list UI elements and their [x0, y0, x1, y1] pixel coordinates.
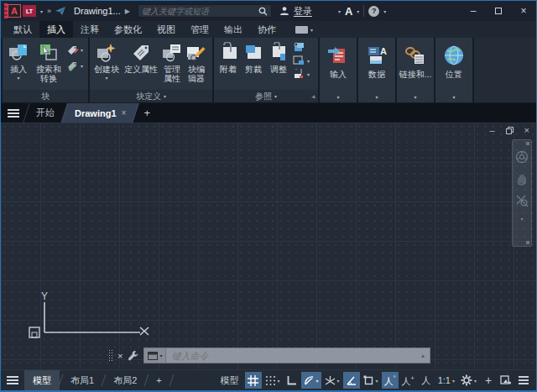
- command-history-up-icon[interactable]: ▲: [420, 353, 426, 358]
- help-chevron-icon[interactable]: ▾: [383, 8, 386, 14]
- panel-label: 数据: [368, 69, 385, 81]
- file-tab-label: 开始: [36, 107, 55, 119]
- clip-button[interactable]: 剪裁: [241, 39, 266, 90]
- minimize-button[interactable]: –: [461, 1, 486, 21]
- annotation-visibility-toggle[interactable]: 人°: [382, 372, 399, 389]
- store-chevron-icon[interactable]: ▾: [338, 8, 341, 14]
- clean-screen-toggle[interactable]: +: [480, 372, 497, 389]
- edit-attribute-multiple-button[interactable]: ▾: [66, 60, 83, 71]
- ribbon-tab-bar: 默认 插入 注释 参数化 视图 管理 输出 协作 ▾: [1, 21, 536, 38]
- panel-title-reference[interactable]: 参照 ▾ ➤: [214, 90, 318, 102]
- ortho-toggle[interactable]: [284, 372, 300, 389]
- zoom-extents-icon[interactable]: [515, 194, 529, 207]
- snap-mode-toggle[interactable]: ▾: [263, 372, 283, 389]
- drawing-canvas[interactable]: – × ▾ Y ×: [1, 123, 536, 369]
- close-button[interactable]: ×: [511, 1, 536, 21]
- new-drawing-tab-button[interactable]: +: [136, 103, 158, 123]
- search-icon[interactable]: [258, 7, 268, 16]
- sign-in-link[interactable]: 登录: [294, 5, 312, 18]
- tab-annotate[interactable]: 注释: [73, 21, 107, 38]
- layout-menu-button[interactable]: [1, 376, 24, 384]
- object-snap-tracking-toggle[interactable]: [343, 372, 360, 389]
- define-attributes-button[interactable]: 定义属性: [122, 39, 160, 90]
- title-expand-icon[interactable]: ▶: [125, 8, 130, 15]
- frame-settings-button[interactable]: ▾: [293, 55, 310, 65]
- panel-import-collapsed[interactable]: 输入 ▾: [320, 38, 357, 102]
- steering-wheel-icon[interactable]: [515, 150, 529, 164]
- add-layout-button[interactable]: +: [148, 370, 169, 390]
- quick-access-overflow-icon[interactable]: »: [47, 7, 50, 15]
- search-convert-button[interactable]: 搜索和转换: [33, 39, 65, 90]
- dialog-launcher-icon[interactable]: ➤: [310, 93, 318, 102]
- command-line-close-icon[interactable]: ×: [117, 351, 123, 361]
- tab-collaborate[interactable]: 协作: [250, 21, 284, 38]
- import-icon: [326, 42, 350, 69]
- ribbon-display-toggle[interactable]: ▾: [295, 21, 313, 38]
- edit-attribute-single-button[interactable]: ▾: [66, 44, 83, 55]
- file-tab-menu-button[interactable]: [1, 103, 26, 123]
- file-tab-start[interactable]: 开始: [26, 103, 65, 123]
- share-paper-plane-icon[interactable]: [55, 6, 66, 16]
- maximize-button[interactable]: [486, 1, 511, 21]
- layout-tab-layout2[interactable]: 布局2: [105, 370, 145, 390]
- layout-tab-layout1[interactable]: 布局1: [62, 370, 102, 390]
- panel-title-block-definition[interactable]: 块定义 ▾: [90, 90, 212, 102]
- app-menu-button[interactable]: A LT: [4, 4, 36, 18]
- adjust-button[interactable]: 调整: [266, 39, 291, 90]
- snap-to-underlay-button[interactable]: ▾: [293, 69, 310, 79]
- tab-output[interactable]: 输出: [216, 21, 250, 38]
- annotation-autoscale-toggle[interactable]: 人+: [399, 372, 417, 389]
- autodesk-a-icon[interactable]: A: [345, 5, 352, 18]
- autodesk-chevron-icon[interactable]: ▾: [357, 8, 359, 14]
- underlay-layers-button[interactable]: [293, 42, 310, 52]
- grid-toggle[interactable]: [245, 372, 262, 389]
- search-input[interactable]: [142, 7, 258, 16]
- tab-insert[interactable]: 插入: [39, 21, 73, 38]
- doc-minimize-button[interactable]: –: [489, 125, 494, 135]
- pan-hand-icon[interactable]: [515, 172, 529, 186]
- app-menu-chevron-icon[interactable]: ▾: [40, 8, 43, 14]
- close-tab-icon[interactable]: ×: [122, 108, 127, 118]
- command-line-grip[interactable]: [108, 349, 112, 362]
- help-icon[interactable]: ?: [368, 6, 379, 17]
- insert-block-button[interactable]: 插入 ▾: [4, 39, 33, 90]
- command-input[interactable]: [166, 351, 420, 361]
- file-tab-drawing1[interactable]: Drawing1 ×: [65, 103, 136, 123]
- annotation-scale-icon[interactable]: 人: [418, 372, 435, 389]
- panel-location-collapsed[interactable]: 位置 ▾: [435, 38, 472, 102]
- command-line-bar[interactable]: ▾ ▲: [143, 348, 430, 363]
- workspace-switch-button[interactable]: ▾: [458, 372, 479, 389]
- titlebar-divider: [363, 5, 364, 17]
- navbar-chevron-icon[interactable]: ▾: [520, 216, 523, 222]
- help-search-box[interactable]: [138, 4, 272, 18]
- navbar-corner-marker: [526, 241, 529, 244]
- tab-parametric[interactable]: 参数化: [107, 21, 149, 38]
- chevron-down-icon: ▾: [337, 378, 340, 384]
- navigation-bar[interactable]: ▾: [512, 139, 532, 247]
- manage-attributes-button[interactable]: 管理属性: [160, 39, 184, 90]
- panel-title-block[interactable]: 块: [3, 90, 88, 102]
- svg-text:A: A: [380, 46, 387, 56]
- tab-default[interactable]: 默认: [6, 21, 39, 38]
- tab-view[interactable]: 视图: [149, 21, 183, 38]
- customization-menu-button[interactable]: [515, 372, 532, 389]
- wrench-icon[interactable]: [128, 350, 138, 361]
- attach-button[interactable]: 附着: [216, 39, 241, 90]
- create-block-button[interactable]: 创建块 ▾: [91, 39, 122, 90]
- annotation-scale-value[interactable]: 1:1 ▾: [435, 372, 457, 389]
- block-editor-button[interactable]: 块编辑器: [184, 39, 209, 90]
- tab-manage[interactable]: 管理: [183, 21, 216, 38]
- panel-data-collapsed[interactable]: A 数据 ▾: [358, 38, 395, 102]
- polar-tracking-toggle[interactable]: ▾: [301, 372, 321, 389]
- isolate-objects-button[interactable]: [498, 372, 514, 389]
- object-snap-toggle[interactable]: ▾: [361, 372, 381, 389]
- layout-tab-model[interactable]: 模型: [24, 370, 60, 390]
- doc-close-button[interactable]: ×: [524, 125, 529, 135]
- model-space-button[interactable]: 模型: [218, 372, 242, 389]
- user-avatar-icon[interactable]: [279, 6, 289, 16]
- button-label: 搜索和转换: [34, 65, 64, 83]
- command-prompt-icon[interactable]: ▾: [144, 348, 166, 363]
- panel-link-collapsed[interactable]: 链接和... ▾: [397, 38, 434, 102]
- isodraft-toggle[interactable]: ▾: [322, 372, 342, 389]
- doc-restore-button[interactable]: [506, 127, 514, 134]
